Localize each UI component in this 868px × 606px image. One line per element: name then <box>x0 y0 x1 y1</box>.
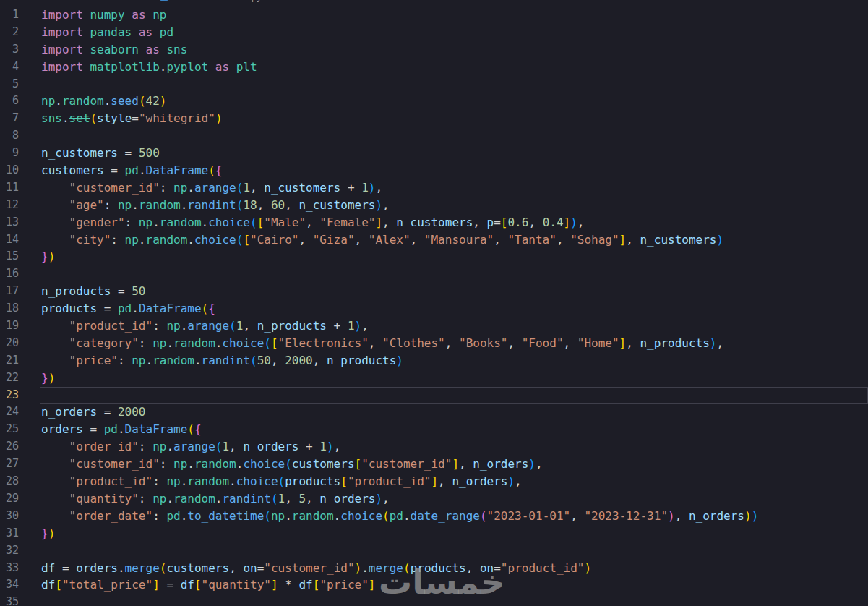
line-number[interactable]: 16 <box>0 265 19 283</box>
token: pandas <box>90 25 132 39</box>
breadcrumb-item[interactable]: ... <box>272 0 280 2</box>
code-line[interactable]: 14 "city": np.random.choice(["Cairo", "G… <box>0 231 868 249</box>
token: np <box>271 509 285 523</box>
code-line[interactable]: 4import matplotlib.pyplot as plt <box>0 59 868 76</box>
code-line[interactable]: 8 <box>0 127 868 145</box>
token: on <box>480 561 494 575</box>
breadcrumb-item[interactable]: r <box>1 0 4 2</box>
line-number[interactable]: 20 <box>0 335 19 352</box>
line-number[interactable]: 10 <box>0 162 19 179</box>
code-line[interactable]: 33df = orders.merge(customers, on="custo… <box>0 560 868 577</box>
line-number[interactable]: 33 <box>0 560 19 577</box>
line-number[interactable]: 12 <box>0 197 19 214</box>
token: , <box>466 561 480 575</box>
code-line[interactable]: 29 "quantity": np.random.randint(1, 5, n… <box>0 490 868 508</box>
token: choice <box>208 215 250 229</box>
line-number[interactable]: 17 <box>0 283 19 300</box>
code-line[interactable]: 27 "customer_id": np.random.choice(custo… <box>0 456 868 473</box>
token: np <box>173 181 187 195</box>
code-line[interactable]: 25orders = pd.DataFrame({ <box>0 421 868 438</box>
code-line[interactable]: 6np.random.seed(42) <box>0 93 868 110</box>
code-line[interactable]: 21 "price": np.random.randint(50, 2000, … <box>0 352 868 370</box>
code-line[interactable]: 13 "gender": np.random.choice(["Male", "… <box>0 214 868 231</box>
line-number[interactable]: 23 <box>0 387 19 404</box>
code-line[interactable]: 31}) <box>0 525 868 542</box>
code-line[interactable]: 19 "product_id": np.arange(1, n_products… <box>0 317 868 335</box>
code-line[interactable]: 2import pandas as pd <box>0 24 868 41</box>
code-line[interactable]: 3import seaborn as sns <box>0 41 868 59</box>
line-number[interactable]: 29 <box>0 490 19 508</box>
code-line[interactable]: 32 <box>0 542 868 560</box>
code-line[interactable]: 17n_products = 50 <box>0 283 868 300</box>
line-number[interactable]: 19 <box>0 317 19 335</box>
code-line[interactable]: 22}) <box>0 370 868 387</box>
code-line[interactable]: 5 <box>0 76 868 93</box>
breadcrumb-item[interactable]: LENOVO <box>52 0 91 2</box>
token: . <box>139 163 146 177</box>
code-line[interactable]: 23 <box>0 387 868 404</box>
breadcrumb-item[interactable]: Users <box>16 0 40 2</box>
token: pd <box>125 163 139 177</box>
code-line-text: "quantity": np.random.randint(1, 5, n_or… <box>19 490 390 508</box>
code-line[interactable]: 7sns.set(style="whitegrid") <box>0 110 868 127</box>
line-number[interactable]: 5 <box>0 76 19 93</box>
code-line[interactable]: 26 "order_id": np.arange(1, n_orders + 1… <box>0 438 868 456</box>
code-line[interactable]: 15}) <box>0 248 868 265</box>
code-line[interactable]: 11 "customer_id": np.arange(1, n_custome… <box>0 179 868 197</box>
token: , <box>382 492 390 505</box>
code-line[interactable]: 28 "product_id": np.random.choice(produc… <box>0 473 868 490</box>
line-number[interactable]: 8 <box>0 127 19 145</box>
token: . <box>181 474 188 488</box>
token: ) <box>507 474 515 488</box>
code-line[interactable]: 24n_orders = 2000 <box>0 404 868 421</box>
token: n_customers <box>298 198 375 212</box>
code-line[interactable]: 35 <box>0 594 868 606</box>
code-line[interactable]: 16 <box>0 265 868 283</box>
token: n_products <box>41 284 111 298</box>
code-line[interactable]: 18products = pd.DataFrame({ <box>0 300 868 317</box>
line-number[interactable]: 35 <box>0 594 19 606</box>
line-number[interactable]: 11 <box>0 179 19 197</box>
token: pd <box>166 509 180 523</box>
line-number[interactable]: 14 <box>0 231 19 249</box>
code-line-text: "city": np.random.choice(["Cairo", "Giza… <box>19 231 723 249</box>
token: = <box>132 111 139 125</box>
code-line[interactable]: 12 "age": np.random.randint(18, 60, n_cu… <box>0 197 868 214</box>
line-number[interactable]: 1 <box>0 7 19 24</box>
token <box>41 181 69 195</box>
line-number[interactable]: 28 <box>0 473 19 490</box>
token: . <box>236 457 244 471</box>
line-number[interactable]: 7 <box>0 110 19 127</box>
token <box>41 440 69 453</box>
line-number[interactable]: 21 <box>0 352 19 370</box>
token: ) <box>48 249 56 263</box>
line-number[interactable]: 26 <box>0 438 19 456</box>
code-line[interactable]: 10customers = pd.DataFrame({ <box>0 162 868 179</box>
line-number[interactable]: 6 <box>0 93 19 110</box>
line-number[interactable]: 34 <box>0 576 19 594</box>
line-number[interactable]: 18 <box>0 300 19 317</box>
line-number[interactable]: 30 <box>0 508 19 525</box>
code-line[interactable]: 9n_customers = 500 <box>0 145 868 162</box>
line-number[interactable]: 2 <box>0 24 19 41</box>
code-line[interactable]: 34df["total_price"] = df["quantity"] * d… <box>0 576 868 594</box>
code-line[interactable]: 30 "order_date": pd.to_datetime(np.rando… <box>0 508 868 525</box>
breadcrumb-item[interactable]: E-commerce Sales.py <box>160 0 262 2</box>
code-line[interactable]: 20 "category": np.random.choice(["Electr… <box>0 335 868 352</box>
line-number[interactable]: 32 <box>0 542 19 560</box>
line-number[interactable]: 27 <box>0 456 19 473</box>
line-number[interactable]: 4 <box>0 59 19 76</box>
line-number[interactable]: 3 <box>0 41 19 59</box>
line-number[interactable]: 24 <box>0 404 19 421</box>
line-number[interactable]: 22 <box>0 370 19 387</box>
code-line-text <box>19 265 41 283</box>
line-number[interactable]: 13 <box>0 214 19 231</box>
line-number[interactable]: 25 <box>0 421 19 438</box>
code-line[interactable]: 1import numpy as np <box>0 7 868 24</box>
line-number[interactable]: 15 <box>0 248 19 265</box>
token: randint <box>187 198 236 212</box>
line-number[interactable]: 9 <box>0 145 19 162</box>
breadcrumb-item[interactable]: Downloads <box>103 0 149 2</box>
code-area[interactable]: 1import numpy as np2import pandas as pd3… <box>0 7 868 606</box>
line-number[interactable]: 31 <box>0 525 19 542</box>
